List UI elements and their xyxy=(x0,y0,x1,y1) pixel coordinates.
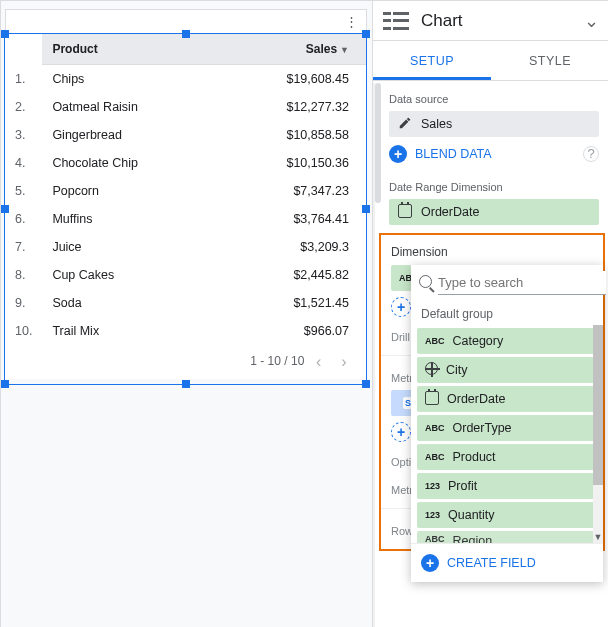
table-row: 10.Trail Mix$966.07 xyxy=(5,317,367,345)
field-scrollbar-thumb[interactable] xyxy=(593,325,603,485)
panel-tabs: SETUP STYLE xyxy=(373,41,608,81)
cell-sales: $7,347.23 xyxy=(217,177,367,205)
cell-sales: $10,858.58 xyxy=(217,121,367,149)
cell-product: Trail Mix xyxy=(42,317,217,345)
cell-product: Gingerbread xyxy=(42,121,217,149)
calendar-icon xyxy=(425,391,439,408)
cell-sales: $966.07 xyxy=(217,317,367,345)
table-row: 5.Popcorn$7,347.23 xyxy=(5,177,367,205)
cell-product: Chocolate Chip xyxy=(42,149,217,177)
table-chart-type-icon xyxy=(383,9,411,33)
calendar-icon xyxy=(397,204,413,221)
report-canvas[interactable]: ⋮ Product Sales▼ 1.Chips$19,608.452.Oatm… xyxy=(1,1,373,627)
dimension-section: Dimension ABC + Drill d Metri SUM + Opti… xyxy=(379,233,605,551)
abc-type-icon: ABC xyxy=(425,534,445,543)
resize-handle[interactable] xyxy=(1,380,9,388)
table-chart-widget[interactable]: ⋮ Product Sales▼ 1.Chips$19,608.452.Oatm… xyxy=(5,9,367,379)
table-pager: 1 - 10 / 10 ‹ › xyxy=(5,345,367,379)
row-index: 4. xyxy=(5,149,42,177)
field-item[interactable]: 123Quantity xyxy=(417,502,597,528)
table-row: 9.Soda$1,521.45 xyxy=(5,289,367,317)
help-icon[interactable]: ? xyxy=(583,146,599,162)
widget-titlebar: ⋮ xyxy=(5,9,367,33)
cell-sales: $3,209.3 xyxy=(217,233,367,261)
table-row: 2.Oatmeal Raisin$12,277.32 xyxy=(5,93,367,121)
properties-panel: Chart ⌄ SETUP STYLE Data source Sales + … xyxy=(373,1,608,627)
row-index: 1. xyxy=(5,65,42,94)
field-name: Category xyxy=(453,334,504,348)
resize-handle[interactable] xyxy=(362,380,370,388)
column-header-product[interactable]: Product xyxy=(42,34,217,65)
panel-title: Chart xyxy=(421,11,584,31)
tab-setup[interactable]: SETUP xyxy=(373,41,491,80)
cell-sales: $10,150.36 xyxy=(217,149,367,177)
field-item[interactable]: City xyxy=(417,357,597,383)
pager-range: 1 - 10 / 10 xyxy=(250,354,304,368)
create-field-button[interactable]: + CREATE FIELD xyxy=(411,543,603,582)
number-type-icon: 123 xyxy=(425,510,440,520)
field-scroll-down-icon[interactable]: ▼ xyxy=(593,531,603,543)
date-range-chip[interactable]: OrderDate xyxy=(389,199,599,225)
plus-icon: + xyxy=(421,554,439,572)
field-list[interactable]: ABCCategoryCityOrderDateABCOrderTypeABCP… xyxy=(411,325,603,543)
field-item[interactable]: ABCOrderType xyxy=(417,415,597,441)
field-name: Profit xyxy=(448,479,477,493)
table-row: 1.Chips$19,608.45 xyxy=(5,65,367,94)
field-name: Quantity xyxy=(448,508,495,522)
cell-product: Muffins xyxy=(42,205,217,233)
pager-next-icon[interactable]: › xyxy=(333,353,355,371)
field-item[interactable]: OrderDate xyxy=(417,386,597,412)
field-item[interactable]: 123Profit xyxy=(417,473,597,499)
cell-product: Cup Cakes xyxy=(42,261,217,289)
row-index: 2. xyxy=(5,93,42,121)
date-range-field: OrderDate xyxy=(421,205,479,219)
row-index: 10. xyxy=(5,317,42,345)
row-index-header xyxy=(5,34,42,65)
blend-data-button[interactable]: + BLEND DATA ? xyxy=(379,141,608,171)
data-source-chip[interactable]: Sales xyxy=(389,111,599,137)
row-index: 6. xyxy=(5,205,42,233)
field-name: Product xyxy=(453,450,496,464)
abc-type-icon: ABC xyxy=(425,336,445,346)
cell-sales: $12,277.32 xyxy=(217,93,367,121)
more-options-icon[interactable]: ⋮ xyxy=(342,14,360,29)
dimension-label: Dimension xyxy=(381,235,603,265)
data-source-label: Data source xyxy=(379,83,608,111)
row-index: 9. xyxy=(5,289,42,317)
resize-handle[interactable] xyxy=(182,380,190,388)
column-header-sales[interactable]: Sales▼ xyxy=(217,34,367,65)
tab-style[interactable]: STYLE xyxy=(491,41,608,80)
cell-product: Popcorn xyxy=(42,177,217,205)
field-group-label: Default group xyxy=(411,301,603,325)
field-item[interactable]: ABCProduct xyxy=(417,444,597,470)
plus-icon: + xyxy=(389,145,407,163)
data-table: Product Sales▼ 1.Chips$19,608.452.Oatmea… xyxy=(5,33,367,345)
table-row: 8.Cup Cakes$2,445.82 xyxy=(5,261,367,289)
chart-type-header[interactable]: Chart ⌄ xyxy=(373,1,608,41)
number-type-icon: 123 xyxy=(425,481,440,491)
chevron-down-icon[interactable]: ⌄ xyxy=(584,10,599,32)
table-row: 4.Chocolate Chip$10,150.36 xyxy=(5,149,367,177)
data-source-name: Sales xyxy=(421,117,452,131)
cell-sales: $1,521.45 xyxy=(217,289,367,317)
row-index: 3. xyxy=(5,121,42,149)
add-metric-button[interactable]: + xyxy=(391,422,411,442)
cell-product: Chips xyxy=(42,65,217,94)
field-item[interactable]: ABCCategory xyxy=(417,328,597,354)
field-search-input[interactable] xyxy=(438,271,606,295)
row-index: 5. xyxy=(5,177,42,205)
cell-product: Soda xyxy=(42,289,217,317)
field-item[interactable]: ABCRegion xyxy=(417,531,597,543)
add-dimension-button[interactable]: + xyxy=(391,297,411,317)
pager-prev-icon[interactable]: ‹ xyxy=(308,353,330,371)
row-index: 8. xyxy=(5,261,42,289)
field-name: Region xyxy=(453,534,493,543)
field-picker-popup: Default group ABCCategoryCityOrderDateAB… xyxy=(411,265,603,582)
globe-icon xyxy=(425,362,438,378)
field-name: OrderDate xyxy=(447,392,505,406)
cell-sales: $3,764.41 xyxy=(217,205,367,233)
abc-type-icon: ABC xyxy=(425,452,445,462)
field-name: City xyxy=(446,363,468,377)
pencil-icon xyxy=(397,116,413,133)
search-icon xyxy=(419,275,432,291)
